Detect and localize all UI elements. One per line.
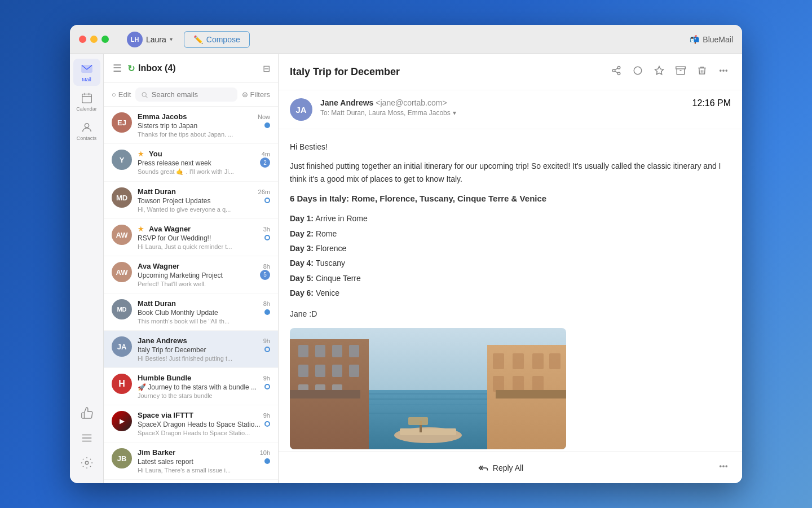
- reply-all-button[interactable]: Reply All: [290, 459, 712, 476]
- badge: 5: [260, 270, 270, 280]
- email-item[interactable]: AW Ava Wagner 8h Upcoming Marketing Proj…: [104, 256, 278, 294]
- app-window: LH Laura ▾ ✏️ Compose 📬 BlueMail Mail: [70, 25, 742, 483]
- svg-point-23: [726, 70, 727, 71]
- svg-point-9: [85, 461, 89, 465]
- email-item[interactable]: MD Matt Duran 8h Book Club Monthly Updat…: [104, 294, 278, 331]
- svg-point-22: [723, 70, 724, 71]
- svg-rect-29: [366, 413, 496, 414]
- email-item-content: Jim Barker 10h Latest sales report Hi La…: [138, 448, 270, 474]
- svg-rect-49: [532, 376, 544, 392]
- email-list-panel: ☰ ↻ Inbox (4) ⊟ ○ Edit: [104, 54, 279, 483]
- edit-button[interactable]: ○ Edit: [112, 90, 131, 99]
- delete-button[interactable]: [695, 63, 709, 81]
- email-preview: Hi, Wanted to give everyone a q...: [138, 206, 270, 213]
- mail-icon: [81, 63, 93, 75]
- body-signature: Jane :D: [290, 308, 731, 320]
- email-content-panel: Italy Trip for December: [279, 54, 742, 483]
- sidebar-item-calendar[interactable]: Calendar: [73, 88, 100, 115]
- minimize-button[interactable]: [90, 36, 98, 43]
- email-item[interactable]: MD Matt Duran 26m Towson Project Updates…: [104, 182, 278, 219]
- email-indicator: [264, 421, 270, 427]
- avatar: JB: [112, 448, 132, 468]
- email-subject: 🚀 Journey to the stars with a bundle ...: [138, 383, 270, 391]
- compose-button[interactable]: ✏️ Compose: [184, 31, 250, 48]
- unread-dot: [264, 122, 270, 128]
- svg-point-12: [617, 67, 620, 69]
- filter-icon: ⊜: [242, 90, 248, 99]
- sender-email: <jane@cortab.com>: [376, 98, 447, 107]
- email-item-content: Humble Bundle 9h 🚀 Journey to the stars …: [138, 374, 270, 399]
- thumbs-up-button[interactable]: [76, 402, 98, 424]
- email-timestamp: 12:16 PM: [692, 98, 731, 108]
- svg-rect-45: [532, 353, 544, 369]
- email-item[interactable]: ▶ Space via IFTTT 9h SpaceX Dragon Heads…: [104, 405, 278, 443]
- email-subject: RSVP for Our Wedding!!: [138, 234, 270, 242]
- email-sender: Matt Duran: [138, 187, 176, 196]
- svg-point-17: [634, 67, 642, 75]
- svg-rect-53: [408, 417, 428, 425]
- email-sender: Ava Wagner: [149, 225, 191, 233]
- unread-dot: [264, 309, 270, 315]
- email-item-content: Matt Duran 26m Towson Project Updates Hi…: [138, 187, 270, 213]
- svg-rect-38: [349, 365, 359, 377]
- recipients: To: Matt Duran, Laura Moss, Emma Jacobs …: [320, 109, 685, 117]
- archive-button[interactable]: [673, 63, 688, 81]
- body-greeting: Hi Besties!: [290, 141, 731, 153]
- email-item[interactable]: EJ Emma Jacobs Now Sisters trip to Japan…: [104, 107, 278, 144]
- share-button[interactable]: [609, 63, 624, 81]
- email-indicator: [264, 347, 270, 352]
- circle-icon: [633, 65, 643, 76]
- svg-rect-48: [513, 376, 524, 392]
- email-item-content: Matt Duran 8h Book Club Monthly Update T…: [138, 299, 270, 325]
- svg-line-15: [615, 71, 617, 73]
- email-item[interactable]: Y ★ You 4m Press release next week Sound…: [104, 144, 278, 182]
- email-item-content: ★ You 4m Press release next week Sounds …: [138, 150, 270, 176]
- email-sender: Space via IFTTT: [138, 411, 193, 419]
- svg-point-13: [612, 69, 615, 72]
- email-view-header: Italy Trip for December: [279, 54, 742, 90]
- hamburger-button[interactable]: ☰: [112, 61, 123, 76]
- reply-all-icon: [478, 463, 488, 473]
- svg-line-16: [615, 68, 617, 70]
- email-indicator: [264, 198, 270, 203]
- read-dot: [264, 347, 270, 352]
- email-time: 9h: [263, 412, 270, 419]
- more-reply-button[interactable]: [716, 459, 731, 476]
- svg-rect-28: [360, 404, 501, 405]
- more-reply-icon: [718, 461, 729, 471]
- circle-button[interactable]: [630, 63, 645, 81]
- svg-rect-31: [298, 345, 308, 357]
- svg-rect-44: [513, 353, 524, 369]
- star-button[interactable]: [652, 63, 667, 81]
- star-icon: [654, 65, 664, 76]
- more-button[interactable]: [716, 63, 731, 81]
- unread-dot: [264, 458, 270, 464]
- reply-bar: Reply All: [279, 452, 742, 483]
- search-input[interactable]: [152, 90, 232, 99]
- user-menu-button[interactable]: LH Laura ▾: [122, 29, 177, 50]
- email-item[interactable]: JA Jane Andrews 9h Italy Trip for Decemb…: [104, 331, 278, 368]
- list-button[interactable]: [76, 427, 98, 449]
- email-subject: Upcoming Marketing Project: [138, 271, 270, 279]
- email-item[interactable]: H Humble Bundle 9h 🚀 Journey to the star…: [104, 368, 278, 405]
- list-view-button[interactable]: ⊟: [263, 63, 270, 74]
- filters-button[interactable]: ⊜ Filters: [242, 90, 270, 99]
- close-button[interactable]: [79, 36, 86, 43]
- email-item[interactable]: AW ★ Ava Wagner 3h RSVP for Our Wedding!…: [104, 219, 278, 256]
- sidebar-bottom: [76, 402, 98, 479]
- bluemail-icon: 📬: [690, 35, 699, 44]
- email-indicator: 2: [260, 157, 270, 168]
- svg-rect-46: [549, 353, 561, 369]
- maximize-button[interactable]: [102, 36, 109, 43]
- email-item[interactable]: JB Jim Barker 10h Latest sales report Hi…: [104, 443, 278, 480]
- sidebar-item-contacts[interactable]: Contacts: [73, 117, 100, 144]
- email-meta-info: Jane Andrews <jane@cortab.com> To: Matt …: [320, 98, 685, 117]
- recipients-expand-icon[interactable]: ▾: [453, 109, 456, 117]
- email-body: Hi Besties! Just finished putting togeth…: [279, 129, 742, 452]
- edit-icon: ○: [112, 90, 116, 99]
- sender-name-email: Jane Andrews <jane@cortab.com>: [320, 98, 685, 107]
- sidebar-item-mail[interactable]: Mail: [73, 59, 100, 86]
- settings-button[interactable]: [76, 452, 98, 474]
- email-item-content: Jane Andrews 9h Italy Trip for December …: [138, 336, 270, 362]
- day-item: Day 6: Venice: [290, 287, 731, 299]
